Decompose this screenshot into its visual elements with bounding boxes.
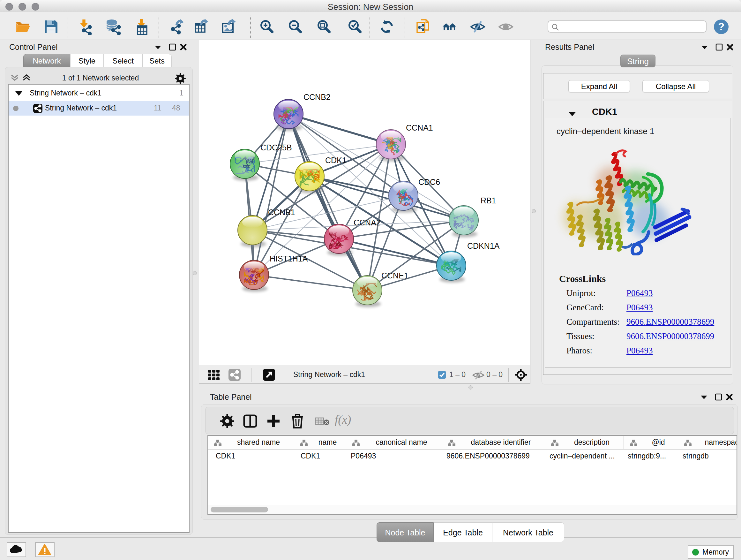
svg-text:HIST1H1A: HIST1H1A xyxy=(270,254,308,263)
svg-text:CDC6: CDC6 xyxy=(418,178,440,186)
svg-text:RB1: RB1 xyxy=(481,196,496,205)
svg-text:CDKN1A: CDKN1A xyxy=(467,241,500,250)
svg-text:CDK1: CDK1 xyxy=(325,156,347,165)
svg-text:CCNE1: CCNE1 xyxy=(381,271,408,280)
svg-text:CCNB1: CCNB1 xyxy=(268,208,295,217)
svg-text:CDC25B: CDC25B xyxy=(260,143,292,152)
svg-text:CCNA1: CCNA1 xyxy=(406,123,433,132)
svg-text:CCNA2: CCNA2 xyxy=(354,218,381,227)
svg-text:CCNB2: CCNB2 xyxy=(304,92,331,102)
